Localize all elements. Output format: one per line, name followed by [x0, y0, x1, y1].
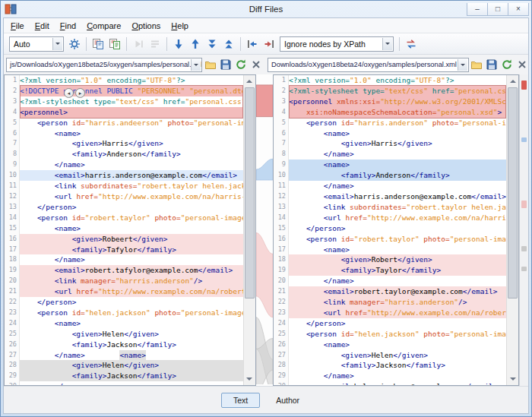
swap-files-button[interactable]: [403, 36, 420, 52]
line-number: 8: [5, 149, 17, 160]
line-number: 4: [5, 107, 17, 118]
code-line: <person id="robert.taylor" photo="person…: [289, 234, 506, 245]
code-line: <personnel xmlns:xsi="http://www.w3.org/…: [289, 96, 506, 107]
last-difference-button[interactable]: [204, 36, 220, 52]
line-number: 19: [5, 265, 17, 276]
menu-find[interactable]: Find: [55, 20, 81, 32]
copy-change-from-right-button[interactable]: ◂: [64, 88, 74, 98]
save-icon: [486, 58, 498, 71]
right-reload-button[interactable]: [500, 57, 515, 72]
left-vertical-scrollbar[interactable]: [243, 75, 255, 385]
right-vertical-scrollbar[interactable]: [506, 75, 518, 385]
first-difference-button[interactable]: [220, 36, 237, 52]
perform-files-differencing-button[interactable]: [90, 36, 106, 52]
code-line: </person>: [289, 223, 506, 234]
window-content: FileEditFindCompareOptionsHelp AutoIgnor…: [3, 17, 529, 414]
previous-difference-button[interactable]: [187, 36, 204, 52]
line-number: 9: [5, 160, 17, 170]
copy-change-right-to-left-button[interactable]: [244, 36, 261, 52]
toolbar-separator: [240, 37, 241, 51]
refresh-icon: [501, 58, 513, 71]
code-line: </name>: [20, 254, 243, 265]
closex-icon: [250, 58, 262, 71]
left-close-file-button[interactable]: [249, 57, 263, 72]
titlebar[interactable]: Diff Files –□×: [3, 1, 529, 17]
left-file-path: js/Downloads/oXygen18beta25/oxygen/sampl…: [10, 61, 202, 68]
mode-tab-text[interactable]: Text: [221, 393, 260, 408]
line-number: 23: [5, 308, 17, 318]
scroll-down-button[interactable]: [244, 374, 255, 385]
line-number: 15: [5, 223, 17, 234]
left-file-path-combo[interactable]: js/Downloads/oXygen18beta25/oxygen/sampl…: [6, 58, 202, 72]
mode-tab-author[interactable]: Author: [264, 393, 311, 407]
left-save-button[interactable]: [218, 57, 233, 72]
app-icon: [5, 3, 17, 15]
left-editor[interactable]: <?xml version="1.0" encoding="UTF-8"?><!…: [20, 75, 243, 385]
menu-options[interactable]: Options: [126, 20, 166, 32]
left-code: <?xml version="1.0" encoding="UTF-8"?><!…: [20, 75, 243, 385]
code-line: <given>Helen</given>: [289, 350, 506, 361]
line-number: 22: [274, 297, 286, 308]
line-number: 21: [5, 286, 17, 297]
line-number: 2: [274, 86, 286, 96]
diff-overview-ruler[interactable]: [519, 74, 528, 386]
minimize-button[interactable]: –: [467, 3, 488, 16]
diff-overview-mark[interactable]: [521, 137, 527, 142]
right-file-path-combo[interactable]: Downloads/oXygen18beta24/oxygen/samples/…: [268, 58, 469, 72]
left-reload-button[interactable]: [233, 57, 248, 72]
diff-overview-mark[interactable]: [521, 81, 527, 90]
line-number: 5: [5, 118, 17, 128]
menu-file[interactable]: File: [5, 20, 30, 32]
line-number: 20: [5, 276, 17, 286]
diff-overview-mark[interactable]: [521, 201, 527, 208]
left-browse-button[interactable]: [203, 57, 217, 72]
scrollbar-thumb[interactable]: [245, 87, 255, 299]
arrow-down-icon: [173, 38, 185, 50]
right-editor[interactable]: <?xml version="1.0" encoding="UTF-8"?><?…: [289, 75, 506, 385]
docpair-icon: [92, 38, 104, 50]
line-number: 19: [274, 265, 286, 276]
toolbar-separator: [166, 37, 167, 51]
line-number: 1: [274, 75, 286, 86]
line-number: 6: [5, 128, 17, 139]
docpair2-icon: [109, 38, 121, 50]
right-close-file-button[interactable]: [515, 57, 529, 72]
left-file-toolbar: js/Downloads/oXygen18beta25/oxygen/sampl…: [4, 57, 265, 72]
diff-options-button[interactable]: [66, 36, 83, 52]
menu-help[interactable]: Help: [166, 20, 194, 32]
line-number: 3: [5, 96, 17, 107]
scroll-up-button[interactable]: [507, 75, 518, 87]
scroll-down-button[interactable]: [507, 374, 518, 385]
toolbar-separator: [399, 37, 400, 51]
code-line: </name>: [289, 371, 506, 381]
diff-overview-mark[interactable]: [521, 267, 527, 271]
copy-change-to-right-button[interactable]: ▸: [75, 88, 85, 98]
copy-change-left-to-right-button[interactable]: [261, 36, 277, 52]
right-save-button[interactable]: [485, 57, 499, 72]
show-word-level-details-button[interactable]: [106, 36, 123, 52]
line-number: 13: [5, 202, 17, 213]
menu-compare[interactable]: Compare: [81, 20, 126, 32]
next-difference-button[interactable]: [170, 36, 187, 52]
maximize-button[interactable]: □: [487, 3, 508, 16]
diff-overview-mark[interactable]: [521, 246, 527, 251]
scrollbar-thumb[interactable]: [508, 87, 518, 299]
menu-edit[interactable]: Edit: [30, 20, 55, 32]
line-number: 5: [274, 118, 286, 128]
merge-buttons: ◂▸: [64, 88, 85, 98]
xpath-combo[interactable]: Ignore nodes by XPath: [280, 36, 394, 52]
code-line: <email>harris.anderson@example.com</emai…: [289, 191, 506, 202]
arrow-up-icon: [189, 38, 201, 50]
window-title: Diff Files: [3, 5, 529, 14]
closex-icon: [516, 58, 528, 71]
line-number: 10: [274, 170, 286, 181]
scroll-up-button[interactable]: [244, 75, 255, 87]
close-button[interactable]: ×: [508, 3, 529, 16]
right-browse-button[interactable]: [470, 57, 484, 72]
code-line: <given>Robeert</given>: [20, 234, 243, 245]
line-number: 18: [274, 254, 286, 265]
code-line: <email>harris.anderson@example.com</emai…: [20, 170, 243, 181]
algorithm-combo[interactable]: Auto: [9, 36, 64, 52]
code-line: </name>: [289, 149, 506, 160]
diff-gutter[interactable]: [256, 74, 273, 386]
